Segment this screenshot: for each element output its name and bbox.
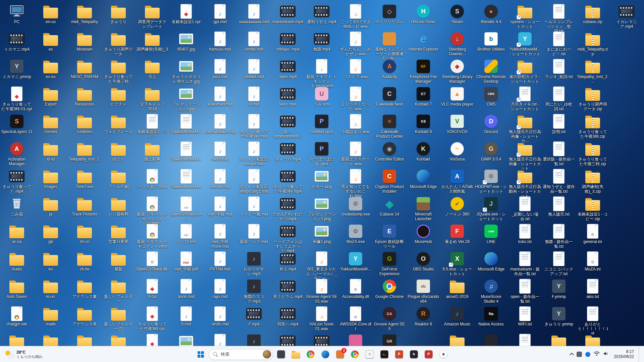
desktop-icon[interactable]: es xyxy=(35,31,67,52)
desktop-icon[interactable]: ♫001_東北きりたん（ノーマル）_今じゃ... xyxy=(306,251,338,281)
desktop-icon[interactable]: 選択肢 - 親作品一覧.txt xyxy=(543,141,575,166)
desktop-icon[interactable]: ko xyxy=(35,251,67,272)
desktop-icon[interactable]: zh-tw xyxy=(68,251,101,272)
desktop-icon[interactable]: ♫MuseScore Studio 4 xyxy=(475,278,507,304)
desktop-icon[interactable]: GR xyxy=(373,333,406,346)
desktop-icon[interactable]: ♪わかりやすい.mp3 xyxy=(238,251,270,276)
desktop-icon[interactable] xyxy=(441,333,473,346)
desktop-icon[interactable]: ksks.txt xyxy=(509,223,541,244)
desktop-icon[interactable] xyxy=(339,333,372,346)
desktop-icon[interactable]: manisekarin - 親作品一覧.txt xyxy=(509,251,541,276)
desktop-icon[interactable]: F筆まめ Ver.28 xyxy=(441,223,473,244)
desktop-icon[interactable]: PC xyxy=(1,3,33,24)
tray-app-icon[interactable] xyxy=(577,352,582,357)
desktop-icon[interactable]: 画像1.png xyxy=(306,223,338,244)
desktop-icon[interactable]: ありがとう！！！！！！.txt xyxy=(577,306,609,336)
desktop-icon[interactable]: OOBS Studio xyxy=(407,251,439,272)
desktop-icon[interactable]: イカマニ.mp4 xyxy=(1,31,33,52)
desktop-icon[interactable]: ♪aorin.mid xyxy=(170,278,202,299)
desktop-icon[interactable]: ♪b.mid xyxy=(170,306,202,327)
desktop-icon[interactable]: ♪umibe.mid xyxy=(238,31,270,52)
desktop-icon[interactable]: KKontakt xyxy=(407,141,439,162)
desktop-icon[interactable]: WIFI.txt xyxy=(509,306,541,327)
desktop-icon[interactable]: ↗無人販売不正行為画像 - ショートカ... xyxy=(509,113,541,143)
desktop-icon[interactable]: malib xyxy=(35,306,67,327)
desktop-icon[interactable]: Yきゅうり.ymmp xyxy=(543,306,575,327)
desktop-icon[interactable]: きゅうり xyxy=(102,3,135,24)
desktop-icon[interactable]: NKSC_PARAM xyxy=(68,58,101,79)
desktop-icon[interactable]: ♪Amazon Music xyxy=(441,306,473,327)
powerpoint-taskbar-button[interactable]: P xyxy=(392,348,406,361)
desktop-icon[interactable]: Telepathy_Inst_2... xyxy=(68,141,101,166)
desktop-icon[interactable]: GGIMP 3.0.4 xyxy=(475,141,507,162)
desktop-icon[interactable]: GGeForce Experience xyxy=(373,251,406,276)
desktop-icon[interactable]: EEpson 接続診断ツール xyxy=(373,223,406,249)
desktop-icon[interactable]: VVOICEVOX xyxy=(441,113,473,134)
desktop-icon[interactable]: 無題 - 親作品一覧.txt xyxy=(543,223,575,249)
desktop-icon[interactable]: ♫小銭詰まり.wav xyxy=(339,113,372,134)
desktop-icon[interactable]: SSpectraLayers 11 xyxy=(1,113,33,134)
desktop-icon[interactable]: eInternet Explorer xyxy=(407,31,439,52)
desktop-icon[interactable]: K8Kontakt 8 xyxy=(407,113,439,134)
desktop-icon[interactable]: ラジオ_歌詞.txt xyxy=(543,58,575,79)
desktop-icon[interactable] xyxy=(1,333,33,346)
desktop-icon[interactable]: 新規 テキスト ドキュメント (2).html xyxy=(136,196,168,226)
desktop-icon[interactable]: ♪umibet.mid xyxy=(238,58,270,79)
desktop-icon[interactable]: K7Kontakt 7 xyxy=(407,86,439,107)
desktop-icon[interactable]: ●Blender 4.4 xyxy=(475,3,507,24)
desktop-icon[interactable]: ♪無題のスコア.mp3 xyxy=(238,278,270,304)
search-box[interactable]: 検索 xyxy=(209,349,273,360)
desktop-icon[interactable]: 無人販売.txt xyxy=(543,196,575,217)
desktop-icon[interactable]: きゅうり調声用データ.zip xyxy=(577,86,609,111)
desktop-icon[interactable]: Y↗YukkuriMovieM... - ショートカット xyxy=(509,31,541,56)
desktop-icon[interactable]: ↗無人販売不正行為画像 - ショートカット xyxy=(509,141,541,171)
desktop-icon[interactable]: ♪タイトル未設定, tempo.mid xyxy=(238,141,270,166)
desktop-icon[interactable] xyxy=(475,333,507,346)
desktop-icon[interactable]: ♪jusu.mid xyxy=(204,58,236,79)
desktop-icon[interactable]: KFKeepforest File Manager xyxy=(407,58,439,84)
tray-blue-dot-icon[interactable] xyxy=(585,352,590,357)
desktop-icon[interactable]: テンポあて.html xyxy=(136,168,168,189)
desktop-icon[interactable]: ♪gpt.mid xyxy=(204,3,236,24)
desktop-icon[interactable]: ♪ xyxy=(204,333,236,346)
desktop-icon[interactable]: ◆9.cpr xyxy=(136,278,168,299)
desktop-icon[interactable]: ゆうと xyxy=(102,141,135,162)
desktop-icon[interactable]: DDiscord xyxy=(475,113,507,134)
desktop-icon[interactable]: 通知うぜえ.mp4 xyxy=(306,3,338,24)
desktop-icon[interactable]: レジ袋有料 xyxy=(102,196,135,217)
desktop-icon[interactable]: ラベル印刷 xyxy=(102,168,135,189)
desktop-icon[interactable]: ⚙MoZA.exe xyxy=(339,223,372,244)
desktop-icon[interactable]: プレゼンテーション1.png xyxy=(306,196,338,221)
desktop-icon[interactable]: Track Pictures xyxy=(68,196,101,217)
desktop-icon[interactable]: Resources xyxy=(68,86,101,107)
weather-widget[interactable]: 28°C くもりのち晴れ xyxy=(1,346,46,362)
desktop-icon[interactable]: きゅうり.mp4 xyxy=(272,141,304,162)
desktop-icon[interactable]: airset2-2019 xyxy=(441,278,473,299)
desktop-icon[interactable]: ♪xl.mid xyxy=(238,86,270,107)
desktop-icon[interactable]: 新規 テキスト ドキュメント.html xyxy=(136,223,168,249)
desktop-surface[interactable]: PCイカマニ.mp4Yイカマニ.ymmp◆きゅうり食ってた午後3時-01.cpr… xyxy=(0,0,644,346)
desktop-icon[interactable]: RReaktor 6 xyxy=(407,306,439,327)
desktop-icon[interactable]: ◆きゅうり食ってた午後3時-01.cpr xyxy=(1,86,33,111)
desktop-icon[interactable]: ↗家の防犯カメラ - ショートカット xyxy=(509,58,541,84)
desktop-icon[interactable]: きゅうり食ってた午後3時.mp4 xyxy=(272,168,304,194)
p-app-taskbar-button[interactable]: P xyxy=(422,348,435,361)
desktop-icon[interactable]: ♪sirofo.mid xyxy=(204,306,236,327)
desktop-icon[interactable]: ♪mid_学校.mid xyxy=(204,196,236,217)
desktop-icon[interactable]: 新しいフォルダー xyxy=(102,278,135,304)
start-button[interactable] xyxy=(194,348,207,361)
desktop-icon[interactable]: アナウンス夏 xyxy=(68,278,101,299)
desktop-icon[interactable]: TimeTune xyxy=(68,168,101,189)
desktop-icon[interactable]: ⚙AWSSDK.Core.dll xyxy=(339,306,372,331)
desktop-icon[interactable]: PDFmid_学校.pdf xyxy=(170,251,202,272)
desktop-icon[interactable]: YukkuriMovieM... xyxy=(170,113,202,134)
desktop-icon[interactable]: 説明.txt xyxy=(543,113,575,134)
desktop-icon[interactable]: LINELINE xyxy=(475,223,507,244)
desktop-icon[interactable]: ♪PVTNd.mid xyxy=(204,251,236,272)
show-desktop-button[interactable] xyxy=(639,346,641,362)
desktop-icon[interactable]: ◆Steinberg Library Manager xyxy=(441,58,473,84)
desktop-icon[interactable]: きゅうり食ってた.mp4 xyxy=(1,168,33,194)
desktop-icon[interactable]: きゅうり調声データ xyxy=(102,31,135,56)
desktop-icon[interactable]: 新しいフォルダー (2) xyxy=(102,306,135,331)
desktop-icon[interactable]: ♪kiokumed.mid xyxy=(204,86,236,107)
